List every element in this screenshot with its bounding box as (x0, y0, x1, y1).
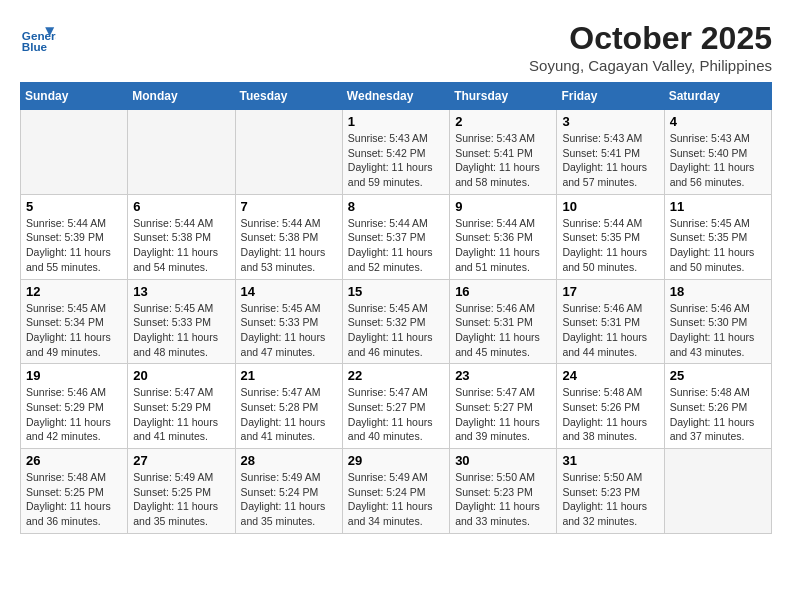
day-info: Sunrise: 5:50 AM Sunset: 5:23 PM Dayligh… (562, 470, 658, 529)
day-info: Sunrise: 5:49 AM Sunset: 5:24 PM Dayligh… (241, 470, 337, 529)
day-number: 6 (133, 199, 229, 214)
calendar-cell: 1Sunrise: 5:43 AM Sunset: 5:42 PM Daylig… (342, 110, 449, 195)
calendar-cell: 14Sunrise: 5:45 AM Sunset: 5:33 PM Dayli… (235, 279, 342, 364)
calendar-cell: 8Sunrise: 5:44 AM Sunset: 5:37 PM Daylig… (342, 194, 449, 279)
day-info: Sunrise: 5:49 AM Sunset: 5:24 PM Dayligh… (348, 470, 444, 529)
day-info: Sunrise: 5:45 AM Sunset: 5:33 PM Dayligh… (133, 301, 229, 360)
logo-icon: General Blue (20, 20, 56, 56)
day-number: 4 (670, 114, 766, 129)
day-info: Sunrise: 5:46 AM Sunset: 5:29 PM Dayligh… (26, 385, 122, 444)
calendar-week-row: 26Sunrise: 5:48 AM Sunset: 5:25 PM Dayli… (21, 449, 772, 534)
day-info: Sunrise: 5:46 AM Sunset: 5:30 PM Dayligh… (670, 301, 766, 360)
weekday-header: Thursday (450, 83, 557, 110)
day-number: 2 (455, 114, 551, 129)
day-number: 20 (133, 368, 229, 383)
day-info: Sunrise: 5:45 AM Sunset: 5:34 PM Dayligh… (26, 301, 122, 360)
day-number: 23 (455, 368, 551, 383)
calendar-cell: 15Sunrise: 5:45 AM Sunset: 5:32 PM Dayli… (342, 279, 449, 364)
calendar-cell: 23Sunrise: 5:47 AM Sunset: 5:27 PM Dayli… (450, 364, 557, 449)
day-number: 24 (562, 368, 658, 383)
calendar-week-row: 19Sunrise: 5:46 AM Sunset: 5:29 PM Dayli… (21, 364, 772, 449)
day-info: Sunrise: 5:44 AM Sunset: 5:36 PM Dayligh… (455, 216, 551, 275)
weekday-header: Saturday (664, 83, 771, 110)
calendar-cell: 10Sunrise: 5:44 AM Sunset: 5:35 PM Dayli… (557, 194, 664, 279)
day-number: 18 (670, 284, 766, 299)
calendar-body: 1Sunrise: 5:43 AM Sunset: 5:42 PM Daylig… (21, 110, 772, 534)
calendar-week-row: 12Sunrise: 5:45 AM Sunset: 5:34 PM Dayli… (21, 279, 772, 364)
day-number: 7 (241, 199, 337, 214)
day-info: Sunrise: 5:45 AM Sunset: 5:35 PM Dayligh… (670, 216, 766, 275)
weekday-header: Sunday (21, 83, 128, 110)
calendar-cell (128, 110, 235, 195)
day-info: Sunrise: 5:48 AM Sunset: 5:25 PM Dayligh… (26, 470, 122, 529)
calendar-cell: 13Sunrise: 5:45 AM Sunset: 5:33 PM Dayli… (128, 279, 235, 364)
calendar-cell (235, 110, 342, 195)
day-info: Sunrise: 5:46 AM Sunset: 5:31 PM Dayligh… (562, 301, 658, 360)
day-info: Sunrise: 5:44 AM Sunset: 5:37 PM Dayligh… (348, 216, 444, 275)
calendar-cell: 2Sunrise: 5:43 AM Sunset: 5:41 PM Daylig… (450, 110, 557, 195)
calendar-cell: 30Sunrise: 5:50 AM Sunset: 5:23 PM Dayli… (450, 449, 557, 534)
calendar-cell: 17Sunrise: 5:46 AM Sunset: 5:31 PM Dayli… (557, 279, 664, 364)
calendar-cell: 25Sunrise: 5:48 AM Sunset: 5:26 PM Dayli… (664, 364, 771, 449)
calendar-cell: 29Sunrise: 5:49 AM Sunset: 5:24 PM Dayli… (342, 449, 449, 534)
title-block: October 2025 Soyung, Cagayan Valley, Phi… (529, 20, 772, 74)
calendar-cell: 20Sunrise: 5:47 AM Sunset: 5:29 PM Dayli… (128, 364, 235, 449)
day-number: 25 (670, 368, 766, 383)
day-number: 9 (455, 199, 551, 214)
calendar-cell: 21Sunrise: 5:47 AM Sunset: 5:28 PM Dayli… (235, 364, 342, 449)
day-number: 28 (241, 453, 337, 468)
day-number: 5 (26, 199, 122, 214)
day-number: 14 (241, 284, 337, 299)
day-info: Sunrise: 5:47 AM Sunset: 5:27 PM Dayligh… (348, 385, 444, 444)
logo: General Blue (20, 20, 60, 56)
calendar-cell: 27Sunrise: 5:49 AM Sunset: 5:25 PM Dayli… (128, 449, 235, 534)
weekday-header: Wednesday (342, 83, 449, 110)
day-info: Sunrise: 5:48 AM Sunset: 5:26 PM Dayligh… (670, 385, 766, 444)
day-info: Sunrise: 5:43 AM Sunset: 5:41 PM Dayligh… (455, 131, 551, 190)
calendar-cell: 26Sunrise: 5:48 AM Sunset: 5:25 PM Dayli… (21, 449, 128, 534)
calendar-cell: 7Sunrise: 5:44 AM Sunset: 5:38 PM Daylig… (235, 194, 342, 279)
day-number: 21 (241, 368, 337, 383)
day-info: Sunrise: 5:46 AM Sunset: 5:31 PM Dayligh… (455, 301, 551, 360)
calendar-cell: 5Sunrise: 5:44 AM Sunset: 5:39 PM Daylig… (21, 194, 128, 279)
day-number: 29 (348, 453, 444, 468)
day-info: Sunrise: 5:43 AM Sunset: 5:41 PM Dayligh… (562, 131, 658, 190)
calendar-header: SundayMondayTuesdayWednesdayThursdayFrid… (21, 83, 772, 110)
calendar-cell: 11Sunrise: 5:45 AM Sunset: 5:35 PM Dayli… (664, 194, 771, 279)
calendar-cell: 9Sunrise: 5:44 AM Sunset: 5:36 PM Daylig… (450, 194, 557, 279)
calendar-cell: 3Sunrise: 5:43 AM Sunset: 5:41 PM Daylig… (557, 110, 664, 195)
calendar-cell: 16Sunrise: 5:46 AM Sunset: 5:31 PM Dayli… (450, 279, 557, 364)
calendar-cell: 12Sunrise: 5:45 AM Sunset: 5:34 PM Dayli… (21, 279, 128, 364)
calendar-cell: 6Sunrise: 5:44 AM Sunset: 5:38 PM Daylig… (128, 194, 235, 279)
day-info: Sunrise: 5:43 AM Sunset: 5:42 PM Dayligh… (348, 131, 444, 190)
month-title: October 2025 (529, 20, 772, 57)
weekday-header: Monday (128, 83, 235, 110)
calendar-cell: 18Sunrise: 5:46 AM Sunset: 5:30 PM Dayli… (664, 279, 771, 364)
day-info: Sunrise: 5:47 AM Sunset: 5:29 PM Dayligh… (133, 385, 229, 444)
day-info: Sunrise: 5:43 AM Sunset: 5:40 PM Dayligh… (670, 131, 766, 190)
calendar-cell: 24Sunrise: 5:48 AM Sunset: 5:26 PM Dayli… (557, 364, 664, 449)
calendar-cell (664, 449, 771, 534)
day-number: 22 (348, 368, 444, 383)
day-number: 3 (562, 114, 658, 129)
calendar-week-row: 1Sunrise: 5:43 AM Sunset: 5:42 PM Daylig… (21, 110, 772, 195)
day-number: 27 (133, 453, 229, 468)
day-number: 16 (455, 284, 551, 299)
calendar-cell: 4Sunrise: 5:43 AM Sunset: 5:40 PM Daylig… (664, 110, 771, 195)
weekday-header: Tuesday (235, 83, 342, 110)
day-info: Sunrise: 5:44 AM Sunset: 5:38 PM Dayligh… (241, 216, 337, 275)
day-number: 10 (562, 199, 658, 214)
day-info: Sunrise: 5:48 AM Sunset: 5:26 PM Dayligh… (562, 385, 658, 444)
day-info: Sunrise: 5:44 AM Sunset: 5:35 PM Dayligh… (562, 216, 658, 275)
weekday-header: Friday (557, 83, 664, 110)
day-number: 15 (348, 284, 444, 299)
svg-text:Blue: Blue (22, 40, 48, 53)
day-info: Sunrise: 5:45 AM Sunset: 5:32 PM Dayligh… (348, 301, 444, 360)
day-number: 19 (26, 368, 122, 383)
day-number: 12 (26, 284, 122, 299)
day-info: Sunrise: 5:45 AM Sunset: 5:33 PM Dayligh… (241, 301, 337, 360)
day-number: 30 (455, 453, 551, 468)
location-title: Soyung, Cagayan Valley, Philippines (529, 57, 772, 74)
calendar-cell: 31Sunrise: 5:50 AM Sunset: 5:23 PM Dayli… (557, 449, 664, 534)
day-number: 11 (670, 199, 766, 214)
